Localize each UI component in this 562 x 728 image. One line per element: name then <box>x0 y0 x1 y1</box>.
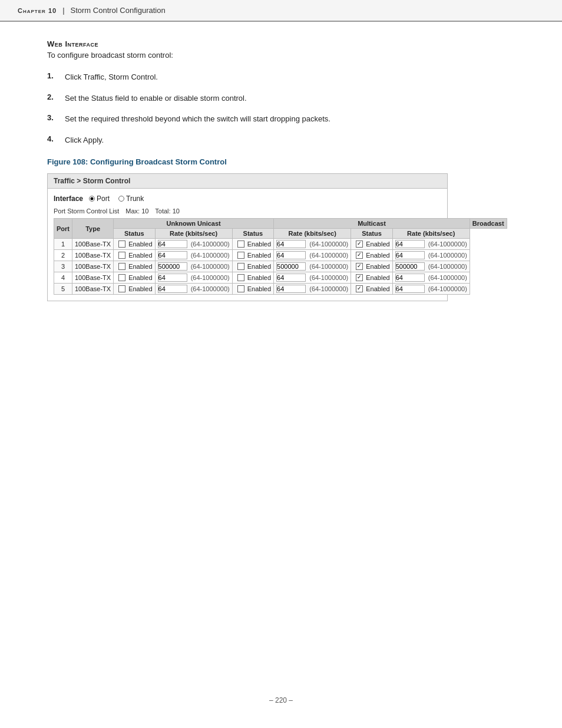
mc-rate-input[interactable] <box>276 251 306 259</box>
bc-checkbox[interactable] <box>356 252 363 259</box>
port-radio-icon[interactable] <box>89 196 95 202</box>
bc-range: (64-1000000) <box>428 263 467 270</box>
mc-checkbox[interactable] <box>237 241 244 248</box>
chapter-separator: | <box>62 6 64 15</box>
mc-enabled-label: Enabled <box>247 241 271 248</box>
radio-group: Port Trunk <box>89 195 144 203</box>
bc-enabled-label: Enabled <box>366 274 389 281</box>
unk-range: (64-1000000) <box>191 263 230 270</box>
figure-title: Figure 108: Configuring Broadcast Storm … <box>47 157 515 166</box>
mc-checkbox[interactable] <box>237 263 244 270</box>
td-mc-status[interactable]: Enabled <box>232 261 273 272</box>
mc-rate-input[interactable] <box>276 240 306 248</box>
td-mc-status[interactable]: Enabled <box>232 250 273 261</box>
bc-checkbox[interactable] <box>356 263 363 270</box>
mc-rate-input[interactable] <box>276 262 306 271</box>
unk-checkbox[interactable] <box>118 274 125 281</box>
max-label: Max: 10 <box>125 207 148 215</box>
td-bc-rate[interactable]: (64-1000000) <box>392 261 470 272</box>
step-text: Set the Status field to enable or disabl… <box>65 93 247 104</box>
td-bc-status[interactable]: Enabled <box>351 284 392 295</box>
radio-port[interactable]: Port <box>89 195 110 203</box>
td-mc-rate[interactable]: (64-1000000) <box>274 250 351 261</box>
mc-checkbox[interactable] <box>237 274 244 281</box>
unk-rate-input[interactable] <box>158 262 187 271</box>
td-mc-status[interactable]: Enabled <box>232 272 273 284</box>
bc-checkbox[interactable] <box>356 274 363 281</box>
unk-enabled-label: Enabled <box>128 263 152 270</box>
td-bc-status[interactable]: Enabled <box>351 261 392 272</box>
mc-rate-input[interactable] <box>276 285 306 293</box>
td-unk-rate[interactable]: (64-1000000) <box>155 284 232 295</box>
mc-rate-input[interactable] <box>276 274 306 282</box>
td-mc-rate[interactable]: (64-1000000) <box>274 272 351 284</box>
step-number: 3. <box>47 113 65 122</box>
section-title: Web Interface <box>47 39 515 48</box>
bc-rate-input[interactable] <box>395 262 425 271</box>
td-type: 100Base-TX <box>72 261 114 272</box>
th-unknown-unicast: Unknown Unicast <box>114 219 274 229</box>
step-item: 1. Click Traffic, Storm Control. <box>47 71 515 83</box>
bc-rate-input[interactable] <box>395 274 425 282</box>
trunk-radio-icon[interactable] <box>118 196 124 202</box>
th-mc-status: Status <box>232 229 273 239</box>
unk-range: (64-1000000) <box>191 252 230 259</box>
td-unk-rate[interactable]: (64-1000000) <box>155 239 232 250</box>
td-unk-status[interactable]: Enabled <box>114 239 155 250</box>
bc-rate-input[interactable] <box>395 251 425 259</box>
bc-range: (64-1000000) <box>428 274 467 281</box>
storm-table: Port Type Unknown Unicast Multicast Broa… <box>54 218 507 295</box>
td-mc-rate[interactable]: (64-1000000) <box>274 261 351 272</box>
unk-enabled-label: Enabled <box>128 285 152 292</box>
td-bc-status[interactable]: Enabled <box>351 239 392 250</box>
td-mc-status[interactable]: Enabled <box>232 284 273 295</box>
unk-checkbox[interactable] <box>118 285 125 292</box>
unk-checkbox[interactable] <box>118 252 125 259</box>
unk-rate-input[interactable] <box>158 240 187 248</box>
td-bc-rate[interactable]: (64-1000000) <box>392 272 470 284</box>
mc-enabled-label: Enabled <box>247 252 271 259</box>
port-list-label: Port Storm Control List <box>54 207 119 215</box>
page-header: Chapter 10 | Storm Control Configuration <box>0 0 562 22</box>
td-mc-status[interactable]: Enabled <box>232 239 273 250</box>
td-unk-status[interactable]: Enabled <box>114 272 155 284</box>
td-unk-rate[interactable]: (64-1000000) <box>155 272 232 284</box>
th-port: Port <box>54 219 72 239</box>
unk-checkbox[interactable] <box>118 263 125 270</box>
mc-range: (64-1000000) <box>309 252 348 259</box>
td-unk-status[interactable]: Enabled <box>114 284 155 295</box>
radio-trunk[interactable]: Trunk <box>118 195 144 203</box>
td-bc-rate[interactable]: (64-1000000) <box>392 239 470 250</box>
td-bc-rate[interactable]: (64-1000000) <box>392 284 470 295</box>
td-unk-rate[interactable]: (64-1000000) <box>155 261 232 272</box>
total-label: Total: 10 <box>155 207 180 215</box>
bc-rate-input[interactable] <box>395 285 425 293</box>
step-number: 1. <box>47 71 65 80</box>
bc-checkbox[interactable] <box>356 285 363 292</box>
mc-checkbox[interactable] <box>237 252 244 259</box>
bc-range: (64-1000000) <box>428 252 467 259</box>
bc-checkbox[interactable] <box>356 241 363 248</box>
td-unk-status[interactable]: Enabled <box>114 261 155 272</box>
unk-rate-input[interactable] <box>158 274 187 282</box>
td-mc-rate[interactable]: (64-1000000) <box>274 239 351 250</box>
td-mc-rate[interactable]: (64-1000000) <box>274 284 351 295</box>
interface-label: Interface <box>54 195 83 203</box>
table-row: 1 100Base-TX Enabled (64-1000000) Enable… <box>54 239 507 250</box>
td-bc-status[interactable]: Enabled <box>351 250 392 261</box>
td-bc-status[interactable]: Enabled <box>351 272 392 284</box>
td-unk-status[interactable]: Enabled <box>114 250 155 261</box>
mc-checkbox[interactable] <box>237 285 244 292</box>
unk-enabled-label: Enabled <box>128 252 152 259</box>
unk-rate-input[interactable] <box>158 251 187 259</box>
unk-checkbox[interactable] <box>118 241 125 248</box>
td-type: 100Base-TX <box>72 250 114 261</box>
bc-enabled-label: Enabled <box>366 252 389 259</box>
unk-rate-input[interactable] <box>158 285 187 293</box>
widget-container: Traffic > Storm Control Interface Port T… <box>47 173 448 301</box>
th-type: Type <box>72 219 114 239</box>
web-interface-section: Web Interface To configure broadcast sto… <box>47 39 515 60</box>
bc-rate-input[interactable] <box>395 240 425 248</box>
td-bc-rate[interactable]: (64-1000000) <box>392 250 470 261</box>
td-unk-rate[interactable]: (64-1000000) <box>155 250 232 261</box>
